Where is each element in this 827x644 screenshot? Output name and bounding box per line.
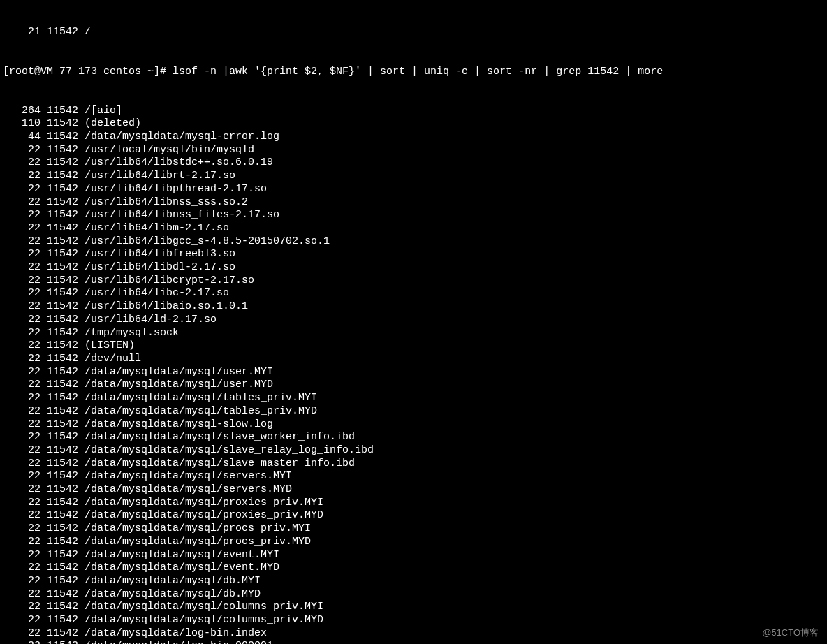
output-line: 22 11542 /usr/local/mysql/bin/mysqld bbox=[3, 144, 824, 157]
output-line: 22 11542 /data/mysqldata/mysql/db.MYD bbox=[3, 588, 824, 601]
output-line: 22 11542 /data/mysqldata/mysql/columns_p… bbox=[3, 601, 824, 614]
output-line: 22 11542 /data/mysqldata/mysql/user.MYD bbox=[3, 379, 824, 392]
output-line: 22 11542 (LISTEN) bbox=[3, 339, 824, 353]
output-line: 22 11542 /data/mysqldata/mysql/event.MYI bbox=[3, 549, 824, 562]
output-line: 22 11542 /data/mysqldata/mysql/columns_p… bbox=[3, 614, 824, 627]
output-line: 22 11542 /data/mysqldata/mysql-slow.log bbox=[3, 418, 824, 432]
output-line: 22 11542 /usr/lib64/libstdc++.so.6.0.19 bbox=[3, 156, 824, 170]
output-line: 22 11542 /data/mysqldata/mysql/user.MYI bbox=[3, 366, 824, 379]
output-line: 22 11542 /usr/lib64/libnss_files-2.17.so bbox=[3, 209, 824, 222]
output-line: 22 11542 /data/mysqldata/mysql/slave_rel… bbox=[3, 444, 824, 458]
output-line: 22 11542 /usr/lib64/libcrypt-2.17.so bbox=[3, 275, 824, 288]
output-line: 22 11542 /usr/lib64/libnss_sss.so.2 bbox=[3, 196, 824, 210]
command-line: [root@VM_77_173_centos ~]# lsof -n |awk … bbox=[3, 66, 824, 79]
output-line: 22 11542 /data/mysqldata/mysql/servers.M… bbox=[3, 483, 824, 497]
output-line: 22 11542 /data/mysqldata/mysql/proxies_p… bbox=[3, 497, 824, 510]
output-line: 110 11542 (deleted) bbox=[3, 117, 824, 131]
output-line: 264 11542 /[aio] bbox=[3, 105, 824, 118]
output-line: 22 11542 /usr/lib64/libgcc_s-4.8.5-20150… bbox=[3, 235, 824, 249]
terminal[interactable]: 21 11542 / [root@VM_77_173_centos ~]# ls… bbox=[0, 0, 827, 644]
output-line: 22 11542 /usr/lib64/libc-2.17.so bbox=[3, 287, 824, 300]
output-line: 22 11542 /data/mysqldata/mysql/servers.M… bbox=[3, 470, 824, 483]
output-line: 22 11542 /data/mysqldata/mysql/procs_pri… bbox=[3, 522, 824, 536]
output-line: 22 11542 /data/mysqldata/log-bin.000001 bbox=[3, 640, 824, 644]
output-line: 22 11542 /data/mysqldata/mysql/db.MYI bbox=[3, 575, 824, 588]
output-line: 21 11542 / bbox=[3, 26, 824, 39]
prompt: [root@VM_77_173_centos ~]# bbox=[3, 66, 173, 78]
output-line: 22 11542 /data/mysqldata/mysql/tables_pr… bbox=[3, 392, 824, 405]
output-line: 44 11542 /data/mysqldata/mysql-error.log bbox=[3, 131, 824, 144]
output-rows: 264 11542 /[aio] 110 11542 (deleted) 44 … bbox=[3, 105, 824, 644]
output-line: 22 11542 /usr/lib64/libm-2.17.so bbox=[3, 222, 824, 235]
output-line: 22 11542 /data/mysqldata/mysql/proxies_p… bbox=[3, 509, 824, 522]
output-line: 22 11542 /usr/lib64/ld-2.17.so bbox=[3, 314, 824, 327]
output-line: 22 11542 /data/mysqldata/log-bin.index bbox=[3, 627, 824, 641]
output-line: 22 11542 /data/mysqldata/mysql/event.MYD bbox=[3, 562, 824, 575]
output-line: 22 11542 /usr/lib64/librt-2.17.so bbox=[3, 170, 824, 183]
output-line: 22 11542 /data/mysqldata/mysql/tables_pr… bbox=[3, 405, 824, 418]
output-line: 22 11542 /usr/lib64/libfreebl3.so bbox=[3, 248, 824, 261]
output-line: 22 11542 /data/mysqldata/mysql/slave_mas… bbox=[3, 458, 824, 471]
output-line: 22 11542 /dev/null bbox=[3, 353, 824, 366]
watermark: @51CTO博客 bbox=[762, 627, 819, 640]
command-text: lsof -n |awk '{print $2, $NF}' | sort | … bbox=[173, 66, 663, 78]
output-line: 22 11542 /tmp/mysql.sock bbox=[3, 327, 824, 340]
output-line: 22 11542 /usr/lib64/libdl-2.17.so bbox=[3, 261, 824, 275]
output-line: 22 11542 /data/mysqldata/mysql/slave_wor… bbox=[3, 431, 824, 444]
output-line: 22 11542 /usr/lib64/libaio.so.1.0.1 bbox=[3, 300, 824, 314]
output-line: 22 11542 /data/mysqldata/mysql/procs_pri… bbox=[3, 536, 824, 549]
output-line: 22 11542 /usr/lib64/libpthread-2.17.so bbox=[3, 183, 824, 196]
